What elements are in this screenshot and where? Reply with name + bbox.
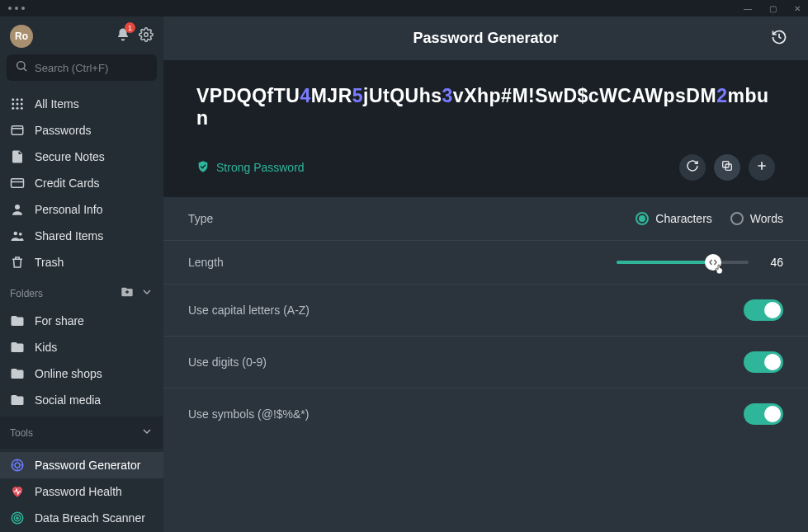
tools-header[interactable]: Tools (0, 417, 163, 449)
digits-label: Use digits (0-9) (188, 355, 267, 369)
tool-label: Password Health (35, 485, 122, 498)
sidebar-item-label: Shared Items (35, 229, 103, 242)
digits-toggle[interactable] (744, 351, 783, 373)
option-type: Type Characters Words (163, 197, 808, 241)
sidebar: Ro 1 (0, 16, 163, 532)
svg-point-10 (21, 107, 23, 110)
svg-point-7 (21, 103, 23, 106)
sidebar-item-label: Trash (35, 256, 64, 269)
tool-icon (10, 458, 25, 473)
folder-label: For share (35, 314, 84, 327)
tools-header-label: Tools (10, 427, 33, 439)
svg-point-4 (21, 98, 23, 101)
sidebar-item-shared-items[interactable]: Shared Items (0, 223, 163, 249)
titlebar-dots (5, 7, 25, 10)
sidebar-item-personal-info[interactable]: Personal Info (0, 196, 163, 223)
generator-options: Type Characters Words Length (163, 197, 808, 440)
folders-header[interactable]: Folders (0, 279, 163, 304)
sidebar-item-trash[interactable]: Trash (0, 249, 163, 275)
add-folder-icon[interactable] (120, 285, 134, 301)
option-digits: Use digits (0-9) (163, 337, 808, 388)
refresh-icon (686, 159, 699, 176)
chevron-down-icon[interactable] (140, 285, 154, 301)
plus-icon (755, 159, 768, 176)
note-icon (10, 149, 25, 164)
gear-icon (139, 31, 154, 45)
option-capitals: Use capital letters (A-Z) (163, 285, 808, 337)
regenerate-button[interactable] (679, 154, 706, 181)
length-label: Length (188, 256, 224, 269)
svg-point-6 (17, 103, 19, 106)
length-value: 46 (763, 256, 783, 269)
type-words-radio[interactable]: Words (730, 212, 783, 225)
svg-point-15 (19, 233, 22, 236)
main-panel: Password Generator VPDQQfTU4MJR5jUtQUhs3… (163, 16, 808, 532)
tool-label: Password Generator (35, 459, 140, 472)
globe-icon (10, 123, 25, 138)
folder-item-social-media[interactable]: Social media (0, 387, 163, 413)
history-button[interactable] (768, 28, 790, 49)
radio-label: Characters (655, 212, 711, 225)
trash-icon (10, 255, 25, 270)
sidebar-item-passwords[interactable]: Passwords (0, 117, 163, 144)
folder-label: Social media (35, 393, 101, 407)
notifications-button[interactable]: 1 (116, 27, 130, 45)
generated-password[interactable]: VPDQQfTU4MJR5jUtQUhs3vXhp#M!SwD$cWCAWpsD… (196, 85, 775, 129)
avatar[interactable]: Ro (10, 25, 33, 48)
svg-rect-11 (12, 126, 23, 135)
option-symbols: Use symbols (@!$%&*) (163, 388, 808, 440)
settings-button[interactable] (139, 27, 154, 45)
notification-badge: 1 (125, 22, 135, 33)
search-icon (15, 59, 28, 76)
folder-label: Kids (35, 341, 57, 354)
history-icon (771, 29, 787, 49)
svg-point-1 (17, 62, 25, 69)
folder-item-for-share[interactable]: For share (0, 308, 163, 334)
type-characters-radio[interactable]: Characters (636, 212, 711, 225)
type-label: Type (188, 212, 213, 225)
svg-point-8 (12, 107, 14, 110)
folder-icon (10, 366, 25, 381)
window-close[interactable]: ✕ (791, 4, 803, 13)
svg-point-13 (15, 205, 20, 210)
window-maximize[interactable]: ▢ (767, 4, 778, 13)
slider-thumb-icon[interactable] (705, 254, 721, 271)
svg-point-19 (17, 517, 18, 519)
length-slider[interactable] (617, 261, 749, 264)
tool-item-data-breach-scanner[interactable]: Data Breach Scanner (0, 505, 163, 531)
folder-item-online-shops[interactable]: Online shops (0, 360, 163, 387)
titlebar: — ▢ ✕ (0, 0, 808, 16)
capitals-toggle[interactable] (744, 299, 783, 321)
folder-icon (10, 340, 25, 355)
svg-point-2 (12, 98, 14, 101)
chevron-down-icon[interactable] (140, 425, 154, 440)
save-button[interactable] (749, 154, 775, 181)
radio-label: Words (750, 212, 783, 225)
search-box[interactable] (7, 54, 157, 81)
folder-icon (10, 313, 25, 328)
tool-item-password-health[interactable]: Password Health (0, 478, 163, 505)
search-input[interactable] (35, 62, 163, 74)
svg-point-14 (14, 232, 18, 236)
window-minimize[interactable]: — (742, 4, 754, 13)
capitals-label: Use capital letters (A-Z) (188, 304, 309, 317)
sidebar-item-label: Passwords (35, 124, 91, 137)
people-icon (10, 228, 25, 243)
tool-item-password-generator[interactable]: Password Generator (0, 452, 163, 478)
copy-button[interactable] (714, 154, 740, 181)
folder-label: Online shops (35, 367, 102, 380)
radio-unselected-icon (730, 212, 744, 225)
svg-rect-12 (12, 179, 24, 188)
sidebar-item-credit-cards[interactable]: Credit Cards (0, 170, 163, 196)
folder-item-kids[interactable]: Kids (0, 334, 163, 360)
svg-point-0 (144, 33, 149, 37)
folders-header-label: Folders (10, 288, 43, 299)
radio-selected-icon (636, 212, 649, 225)
sidebar-item-all-items[interactable]: All Items (0, 91, 163, 117)
symbols-toggle[interactable] (744, 403, 783, 425)
sidebar-item-label: Personal Info (35, 203, 103, 216)
page-title: Password Generator (413, 30, 558, 47)
sidebar-item-secure-notes[interactable]: Secure Notes (0, 144, 163, 170)
sidebar-item-label: Secure Notes (35, 150, 105, 163)
tool-icon (10, 511, 25, 525)
